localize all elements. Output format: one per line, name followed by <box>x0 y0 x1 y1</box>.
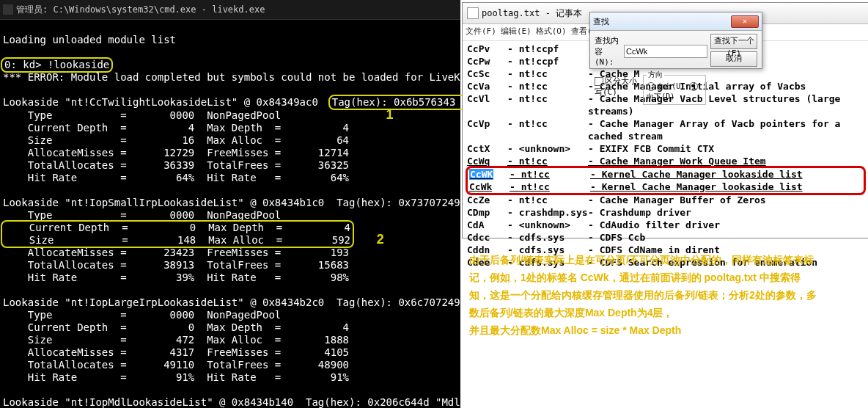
cmd-body[interactable]: Loading unloaded module list 0: kd> !loo… <box>0 20 460 408</box>
l1-hit: Hit Rate = 64% Hit Rate = 64% <box>3 172 349 183</box>
radio-down[interactable] <box>689 82 698 91</box>
l3-hit: Hit Rate = 91% Hit Rate = 91% <box>3 371 349 383</box>
label-1: 1 <box>386 107 394 122</box>
l1-size: Size = 16 Max Alloc = 64 <box>3 134 349 146</box>
list-item: Cdcc- cdfs.sys- CDFS Ccb <box>467 231 864 244</box>
find-next-button[interactable]: 查找下一个(F) <box>710 34 757 49</box>
cmd-titlebar[interactable]: 管理员: C:\Windows\system32\cmd.exe - livek… <box>0 0 460 20</box>
list-item: CDmp- crashdmp.sys- Crashdump driver <box>467 206 864 219</box>
commentary-line: 知，这是一个分配给内核缓存管理器使用的后备列/链表；分析2处的参数，多 <box>469 286 864 304</box>
l1-allocmiss: AllocateMisses = 12729 FreeMisses = 1271… <box>3 147 349 159</box>
commentary-line: 记，例如，1处的标签名 CcWk，通过在前面讲到的 pooltag.txt 中搜… <box>469 269 864 286</box>
cmd-icon <box>3 4 13 15</box>
lookaside-header-1: Lookaside "nt!CcTwilightLookasideList" @… <box>3 96 500 108</box>
notepad-title-text: pooltag.txt - 记事本 <box>482 7 582 20</box>
commentary-line: 由于后备列/链表实际上是在可分页/不可分页池中分配的，同样有池标签来标 <box>469 251 864 269</box>
highlight-box: CcWK- nt!cc- Kernel Cache Manager lookas… <box>466 166 866 195</box>
label-2: 2 <box>377 232 384 247</box>
radio-up[interactable] <box>647 82 655 91</box>
lookaside-header-2: Lookaside "nt!IopSmallIrpLookasideList" … <box>3 197 504 208</box>
params-box-2: Current Depth = 0 Max Depth = 4 Size = 1… <box>1 220 354 248</box>
list-item: CcWK- nt!cc- Kernel Cache Manager lookas… <box>469 168 862 181</box>
menu-edit[interactable]: 编辑(E) <box>501 26 532 39</box>
commentary-line: 并且最大分配数Max Alloc = size * Max Depth <box>469 321 864 339</box>
down-label: 向下(D) <box>647 92 674 101</box>
l1-type: Type = 0000 NonPagedPool <box>3 109 281 121</box>
l2-hit: Hit Rate = 39% Hit Rate = 98% <box>3 272 349 283</box>
find-dialog: 查找 ✕ 查找内容(N): 区分大小写(C) 方向 向上(U) 向下(D) 查找… <box>589 12 762 69</box>
lookaside-header-3: Lookaside "nt!IopLargeIrpLookasideList" … <box>3 296 504 308</box>
commentary: 由于后备列/链表实际上是在可分页/不可分页池中分配的，同样有池标签来标 记，例如… <box>469 251 864 339</box>
menu-format[interactable]: 格式(O) <box>536 26 567 39</box>
up-label: 向上(U) <box>657 82 685 90</box>
list-item: CcWk- nt!cc- Kernel Cache Manager lookas… <box>469 181 862 193</box>
menu-file[interactable]: 文件(F) <box>466 26 496 39</box>
l3-totals: TotalAllocates = 49110 TotalFrees = 4890… <box>3 359 349 371</box>
l2-type: Type = 0000 NonPagedPool <box>3 209 281 221</box>
list-item: CcVp- nt!cc- Cache Manager Array of Vacb… <box>467 117 864 142</box>
find-titlebar[interactable]: 查找 ✕ <box>590 12 762 31</box>
l2-totals: TotalAllocates = 38913 TotalFrees = 1568… <box>3 259 349 271</box>
find-input[interactable] <box>624 45 707 58</box>
list-item: CctX- <unknown>- EXIFX FCB Commit CTX <box>467 142 864 155</box>
list-item: CcZe- nt!cc- Cache Manager Buffer of Zer… <box>467 194 864 206</box>
direction-group: 方向 向上(U) 向下(D) <box>643 70 706 105</box>
cmd-title-text: 管理员: C:\Windows\system32\cmd.exe - livek… <box>16 4 265 16</box>
find-label: 查找内容(N): <box>595 35 622 67</box>
kd-prompt: 0: kd> !lookaside <box>1 57 113 73</box>
l2-allocmiss: AllocateMisses = 23423 FreeMisses = 193 <box>3 247 349 258</box>
list-item: CdA- <unknown>- CdAudio filter driver <box>467 219 864 231</box>
l3-type: Type = 0000 NonPagedPool <box>3 309 281 321</box>
lookaside-header-4: Lookaside "nt!IopMdlLookasideList" @ 0x8… <box>3 396 473 408</box>
commentary-line: 数后备列/链表的最大深度Max Depth为4层， <box>469 304 864 321</box>
error-line: *** ERROR: Module load completed but sym… <box>3 71 497 83</box>
l1-totals: TotalAllocates = 36339 TotalFrees = 3632… <box>3 159 349 171</box>
close-button[interactable]: ✕ <box>731 15 759 28</box>
case-checkbox[interactable] <box>595 77 603 86</box>
l3-allocmiss: AllocateMisses = 4317 FreeMisses = 4105 <box>3 346 349 358</box>
list-item: CcWq- nt!cc- Cache Manager Work Queue It… <box>467 155 864 167</box>
find-title-text: 查找 <box>593 16 609 27</box>
loading-line: Loading unloaded module list <box>3 34 176 45</box>
direction-label: 方向 <box>647 70 664 80</box>
cancel-button[interactable]: 取消 <box>710 51 757 67</box>
l3-size: Size = 472 Max Alloc = 1888 <box>3 334 349 346</box>
l3-curdepth: Current Depth = 0 Max Depth = 4 <box>3 321 349 333</box>
l1-curdepth: Current Depth = 4 Max Depth = 4 <box>3 122 349 134</box>
cmd-window: 管理员: C:\Windows\system32\cmd.exe - livek… <box>0 0 460 408</box>
notepad-icon <box>467 7 479 19</box>
